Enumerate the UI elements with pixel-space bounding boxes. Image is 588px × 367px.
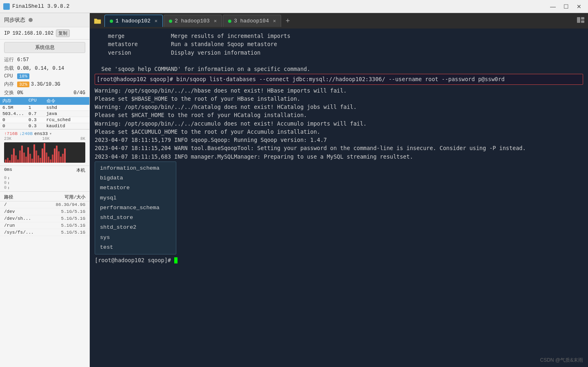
disk-header-path: 路径 xyxy=(4,194,37,200)
mem-row: 内存 32% 3.3G/10.3G xyxy=(0,80,89,88)
net-scale: 23K 16K 8K xyxy=(4,137,85,141)
swap-value: 0/4G xyxy=(73,90,85,96)
net-bar-item xyxy=(21,146,23,163)
net-bar-item xyxy=(31,159,33,163)
svg-rect-2 xyxy=(581,20,584,23)
sidebar: 同步状态 IP 192.168.10.102 复制 系统信息 运行 6:57 负… xyxy=(0,13,90,367)
lat-val-3: 0 xyxy=(4,186,7,190)
disk-size: 5.1G/5.1G xyxy=(37,216,85,221)
copy-ip-button[interactable]: 复制 xyxy=(56,29,70,37)
terminal-cursor xyxy=(174,257,178,263)
mem-percent-badge: 32% xyxy=(17,82,29,87)
disk-size: 5.1G/5.1G xyxy=(37,223,85,228)
terminal-warnings: Warning: /opt/sqoop/bin/../../hbase does… xyxy=(95,86,583,161)
disk-path: / xyxy=(4,202,37,207)
proc-header-cmd: 命令 xyxy=(46,98,88,104)
net-bar-item xyxy=(56,146,58,163)
app-icon xyxy=(3,3,10,10)
tab-label-1: 1 hadoop102 xyxy=(115,18,151,24)
db-list-item: information_schema xyxy=(95,164,176,173)
close-button[interactable]: ✕ xyxy=(573,2,585,11)
load-label: 负载 xyxy=(4,65,16,72)
lat-bar-inner-2 xyxy=(8,182,9,184)
tab-1[interactable]: 1 hadoop102 ✕ xyxy=(104,15,163,27)
db-list-item: test xyxy=(95,243,176,252)
terminal-command-line: [root@hadoop102 sqoop]# bin/sqoop list-d… xyxy=(95,74,583,84)
mem-value: 3.3G/10.3G xyxy=(31,82,60,87)
tab-close-3[interactable]: ✕ xyxy=(273,18,276,24)
latency-row: 0ms 本机 xyxy=(0,166,89,175)
ip-label: IP xyxy=(4,31,10,36)
db-list-item: sys xyxy=(95,233,176,243)
net-bar-item xyxy=(50,159,51,163)
net-bar-item xyxy=(64,148,66,163)
disk-row: / 86.3G/94.9G xyxy=(0,201,89,208)
svg-rect-1 xyxy=(581,17,584,20)
tabs-bar: 1 hadoop102 ✕ 2 hadoop103 ✕ 3 hadoop104 … xyxy=(90,13,588,29)
net-bar-item xyxy=(58,151,60,163)
watermark: CSDN @气质&末雨 xyxy=(540,357,583,364)
disk-row: /run 5.1G/5.1G xyxy=(0,222,89,229)
db-list-item: shtd_store2 xyxy=(95,223,176,232)
uptime-value: 6:57 xyxy=(17,57,29,63)
proc-mem: 503.4... xyxy=(2,111,28,116)
tab-2[interactable]: 2 hadoop103 ✕ xyxy=(164,15,222,27)
load-row: 负载 0.08, 0.14, 0.14 xyxy=(0,64,89,73)
swap-label: 交换 xyxy=(4,89,16,96)
latency-source: 本机 xyxy=(76,167,85,173)
net-stats-row: ↑716B ↓240B ens33 ▾ xyxy=(4,131,85,136)
title-bar-left: FinalShell 3.9.8.2 xyxy=(3,3,69,10)
net-bar-item xyxy=(54,148,55,163)
tab-close-1[interactable]: ✕ xyxy=(155,18,158,24)
folder-icon[interactable] xyxy=(91,15,104,27)
tab-3[interactable]: 3 hadoop104 ✕ xyxy=(223,15,281,27)
db-list-item: bigdata xyxy=(95,173,176,183)
tabs-right xyxy=(575,15,586,27)
net-section: ↑716B ↓240B ens33 ▾ 23K 16K 8K xyxy=(0,129,89,166)
lat-bar-inner-1 xyxy=(8,177,9,179)
layout-icon[interactable] xyxy=(575,15,586,27)
proc-rows: 6.5M 1 sshd 503.4... 0.7 java 0 0.3 rcu_… xyxy=(0,105,89,129)
net-download: ↓240B xyxy=(19,131,33,136)
proc-cpu: 0.3 xyxy=(28,117,46,122)
app-title: FinalShell 3.9.8.2 xyxy=(12,3,69,9)
tab-dot-1 xyxy=(110,20,113,23)
swap-row: 交换 0% 0/4G xyxy=(0,88,89,97)
proc-table-header: 内存 CPU 命令 xyxy=(0,97,89,105)
minimize-button[interactable]: — xyxy=(547,2,559,11)
db-list-item: mysql xyxy=(95,193,176,203)
net-bar-item xyxy=(9,160,11,163)
terminal-output: merge Merge results of incremental impor… xyxy=(95,32,583,73)
tab-close-2[interactable]: ✕ xyxy=(214,18,217,24)
add-tab-button[interactable]: + xyxy=(282,15,293,27)
net-graph xyxy=(4,142,85,163)
latency-bars: 0 0 0 xyxy=(0,175,89,191)
maximize-button[interactable]: ☐ xyxy=(560,2,572,11)
uptime-row: 运行 6:57 xyxy=(0,55,89,64)
lat-bar-2: 0 xyxy=(4,181,85,185)
proc-name: rcu_sched xyxy=(46,117,88,122)
net-iface: ens33 xyxy=(34,131,48,136)
net-bar-item xyxy=(25,157,27,163)
cpu-row: CPU 18% xyxy=(0,73,89,80)
tab-label-2: 2 hadoop103 xyxy=(175,18,210,24)
net-bar-item xyxy=(29,154,31,163)
disk-row: /dev/sh... 5.1G/5.1G xyxy=(0,215,89,222)
sysinfo-button[interactable]: 系统信息 xyxy=(4,42,85,53)
proc-mem: 0 xyxy=(2,124,28,128)
proc-header-cpu: CPU xyxy=(28,98,46,104)
proc-cpu: 1 xyxy=(28,105,46,110)
tab-dot-2 xyxy=(169,20,172,23)
net-bar-item xyxy=(27,147,29,163)
net-bar-item xyxy=(7,158,9,163)
main-layout: 同步状态 IP 192.168.10.102 复制 系统信息 运行 6:57 负… xyxy=(0,13,588,367)
proc-mem: 0 xyxy=(2,117,28,122)
terminal[interactable]: merge Merge results of incremental impor… xyxy=(90,29,588,367)
net-bar-item xyxy=(48,157,49,163)
net-bar-item xyxy=(38,155,39,163)
db-list-item: metastore xyxy=(95,183,176,193)
swap-percent: 0% xyxy=(17,90,23,96)
ip-row: IP 192.168.10.102 复制 xyxy=(0,27,89,40)
net-bar-item xyxy=(11,155,13,163)
proc-cpu: 0.3 xyxy=(28,124,46,128)
